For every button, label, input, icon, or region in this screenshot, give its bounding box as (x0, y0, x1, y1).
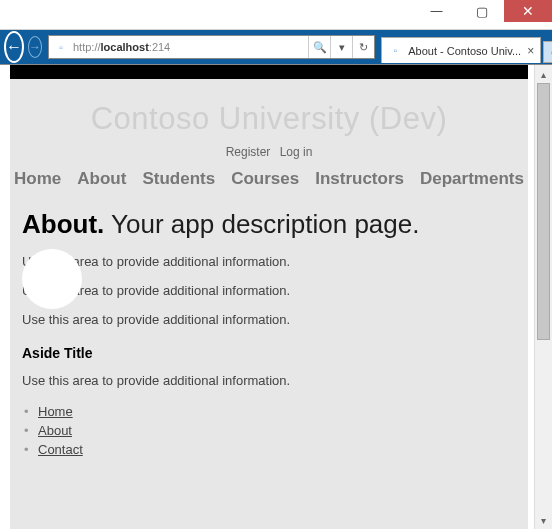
address-bar[interactable]: ▫ http://localhost:214 🔍 ▾ ↻ (48, 35, 375, 59)
window-minimize-button[interactable]: — (414, 0, 459, 22)
url-host: localhost (101, 41, 149, 53)
menu-instructors[interactable]: Instructors (315, 169, 404, 189)
nav-forward-button[interactable]: → (28, 36, 42, 58)
menu-courses[interactable]: Courses (231, 169, 299, 189)
menu-students[interactable]: Students (142, 169, 215, 189)
scroll-thumb[interactable] (537, 83, 550, 340)
page-heading: About. Your app description page. (10, 203, 528, 254)
address-dropdown-icon[interactable]: ▾ (330, 36, 352, 58)
window-maximize-button[interactable]: ▢ (459, 0, 504, 22)
url-rest: :214 (149, 41, 170, 53)
body-paragraph: Use this area to provide additional info… (10, 283, 528, 312)
aside-paragraph: Use this area to provide additional info… (10, 373, 528, 402)
tab-title: About - Contoso Univ... (408, 45, 521, 57)
list-item: About (38, 421, 516, 440)
list-item: Contact (38, 440, 516, 459)
window-titlebar: — ▢ ✕ (0, 0, 552, 30)
tab-strip: ▫ About - Contoso Univ... × ▫ (381, 31, 552, 63)
url-scheme: http:// (73, 41, 101, 53)
site-brand: Contoso University (Dev) (10, 79, 528, 145)
register-link[interactable]: Register (226, 145, 271, 159)
page-top-bar (10, 65, 528, 79)
footer-link-about[interactable]: About (38, 423, 72, 438)
refresh-icon[interactable]: ↻ (352, 36, 374, 58)
browser-tab[interactable]: ▫ About - Contoso Univ... × (381, 37, 541, 63)
main-menu: Home About Students Courses Instructors … (10, 169, 528, 203)
vertical-scrollbar[interactable]: ▴ ▾ (534, 65, 552, 529)
page-content: Contoso University (Dev) Register Log in… (10, 65, 528, 529)
tab-close-icon[interactable]: × (527, 44, 534, 58)
search-icon[interactable]: 🔍 (308, 36, 330, 58)
browser-nav-bar: ← → ▫ http://localhost:214 🔍 ▾ ↻ ▫ About… (0, 30, 552, 64)
scroll-track[interactable] (535, 83, 552, 511)
body-paragraph: Use this area to provide additional info… (10, 254, 528, 283)
account-links: Register Log in (10, 145, 528, 169)
heading-strong: About. (22, 209, 104, 239)
window-close-button[interactable]: ✕ (504, 0, 552, 22)
footer-link-home[interactable]: Home (38, 404, 73, 419)
login-link[interactable]: Log in (280, 145, 313, 159)
scroll-down-icon[interactable]: ▾ (535, 511, 552, 529)
address-input[interactable] (170, 37, 308, 57)
new-tab-button[interactable]: ▫ (543, 41, 552, 63)
page-favicon-icon: ▫ (53, 39, 69, 55)
nav-back-button[interactable]: ← (4, 31, 24, 63)
footer-link-contact[interactable]: Contact (38, 442, 83, 457)
list-item: Home (38, 402, 516, 421)
menu-home[interactable]: Home (14, 169, 61, 189)
tab-favicon-icon: ▫ (388, 44, 402, 58)
aside-title: Aside Title (10, 341, 528, 373)
menu-departments[interactable]: Departments (420, 169, 524, 189)
heading-text: Your app description page. (104, 209, 419, 239)
body-paragraph: Use this area to provide additional info… (10, 312, 528, 341)
menu-about[interactable]: About (77, 169, 126, 189)
profile-avatar-placeholder (22, 249, 82, 309)
browser-viewport: Contoso University (Dev) Register Log in… (0, 64, 552, 529)
scroll-up-icon[interactable]: ▴ (535, 65, 552, 83)
footer-links: Home About Contact (10, 402, 528, 459)
